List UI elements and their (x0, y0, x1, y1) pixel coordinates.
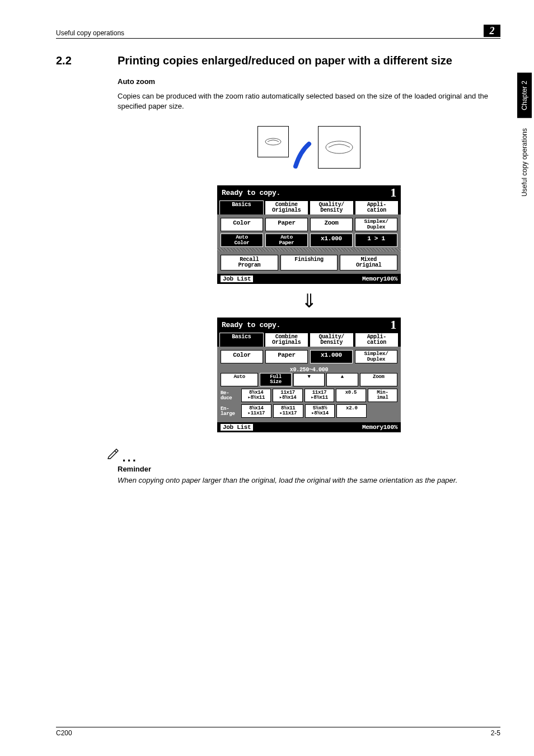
tab-combine[interactable]: Combine Originals (265, 200, 309, 214)
val-paper[interactable]: Auto Paper (265, 234, 308, 247)
original-icon (257, 126, 289, 157)
btn-color[interactable]: Color (221, 218, 263, 231)
btn-zoom[interactable]: Zoom (310, 218, 353, 231)
tab-quality[interactable]: Quality/ Density (310, 200, 354, 214)
btn-zoom-manual[interactable]: Zoom (360, 373, 397, 386)
note-heading: Reminder (118, 465, 500, 473)
memory-indicator: Memory100% (362, 276, 397, 282)
val-color[interactable]: Auto Color (221, 234, 263, 247)
btn-job-list[interactable]: Job List (221, 276, 253, 282)
tab-basics[interactable]: Basics (219, 200, 264, 214)
btn-reduce-3[interactable]: 11x17 ▸8½x11 (305, 389, 334, 402)
body-paragraph: Copies can be produced with the zoom rat… (118, 91, 500, 111)
btn-finishing[interactable]: Finishing (280, 255, 338, 270)
label-reduce: Re- duce (221, 389, 240, 402)
tab-basics[interactable]: Basics (219, 333, 264, 347)
btn-color[interactable]: Color (221, 350, 263, 363)
copy-count: 1 (390, 189, 396, 197)
enlarge-arrow-icon (292, 138, 315, 169)
tab-application[interactable]: Appli- cation (355, 333, 399, 347)
btn-enlarge-double[interactable]: x2.0 (336, 404, 367, 418)
btn-paper[interactable]: Paper (265, 218, 308, 231)
btn-job-list[interactable]: Job List (221, 424, 253, 431)
btn-reduce-half[interactable]: x0.5 (336, 389, 366, 402)
btn-mixed-original[interactable]: Mixed Original (340, 255, 397, 270)
tab-quality[interactable]: Quality/ Density (310, 333, 354, 347)
val-zoom[interactable]: x1.000 (310, 234, 353, 247)
tab-application[interactable]: Appli- cation (355, 200, 399, 214)
btn-simplex-duplex[interactable]: Simplex/ Duplex (355, 350, 397, 363)
btn-minimal[interactable]: Min- imal (368, 389, 397, 402)
footer-page: 2-5 (491, 729, 500, 737)
val-zoom[interactable]: x1.000 (310, 350, 353, 363)
lcd-panel-zoom: Ready to copy. 1 Basics Combine Original… (217, 318, 401, 432)
down-arrow-icon: ⇓ (301, 290, 317, 312)
ellipsis-icon: ... (122, 450, 137, 464)
status-text: Ready to copy. (222, 321, 280, 329)
svg-point-1 (326, 141, 353, 153)
label-enlarge: En- large (221, 404, 240, 418)
section-heading: 2.2 Printing copies enlarged/reduced on … (56, 54, 500, 67)
zoom-range: x0.250~4.000 (221, 367, 397, 373)
btn-enlarge-2[interactable]: 8½x11 ▸11x17 (273, 404, 303, 418)
reminder-icon (106, 447, 120, 459)
side-tab: Chapter 2 Useful copy operations (515, 73, 534, 200)
btn-reduce-1[interactable]: 8½x14 ▸8½x11 (241, 389, 271, 402)
btn-enlarge-1[interactable]: 8½x14 ▸11x17 (241, 404, 271, 418)
enlarged-icon (318, 126, 360, 169)
section-title: Printing copies enlarged/reduced on pape… (118, 54, 452, 67)
btn-paper[interactable]: Paper (265, 350, 308, 363)
header-chapter-number: 2 (484, 25, 500, 37)
btn-zoom-up[interactable]: ▲ (326, 373, 358, 386)
btn-auto-zoom[interactable]: Auto (221, 373, 258, 386)
side-section-label: Useful copy operations (521, 125, 528, 200)
copy-count: 1 (390, 321, 396, 329)
note-body: When copying onto paper larger than the … (118, 475, 500, 486)
footer-model: C200 (56, 729, 72, 737)
header-left: Useful copy operations (56, 29, 124, 37)
zoom-illustration (118, 126, 500, 169)
status-text: Ready to copy. (222, 189, 280, 197)
val-duplex[interactable]: 1 > 1 (355, 234, 397, 247)
btn-recall-program[interactable]: Recall Program (221, 255, 278, 270)
lcd-panel-basics: Ready to copy. 1 Basics Combine Original… (217, 185, 401, 284)
btn-reduce-2[interactable]: 11x17 ▸8½x14 (273, 389, 302, 402)
btn-full-size[interactable]: Full Size (260, 373, 291, 386)
tab-combine[interactable]: Combine Originals (265, 333, 309, 347)
subheading: Auto zoom (118, 77, 500, 86)
section-number: 2.2 (56, 54, 118, 67)
spacer (368, 404, 397, 418)
btn-enlarge-3[interactable]: 5½x8½ ▸8½x14 (305, 404, 335, 418)
btn-simplex-duplex[interactable]: Simplex/ Duplex (355, 218, 397, 231)
memory-indicator: Memory100% (362, 424, 397, 431)
side-chapter-label: Chapter 2 (517, 73, 532, 118)
btn-zoom-down[interactable]: ▼ (293, 373, 325, 386)
